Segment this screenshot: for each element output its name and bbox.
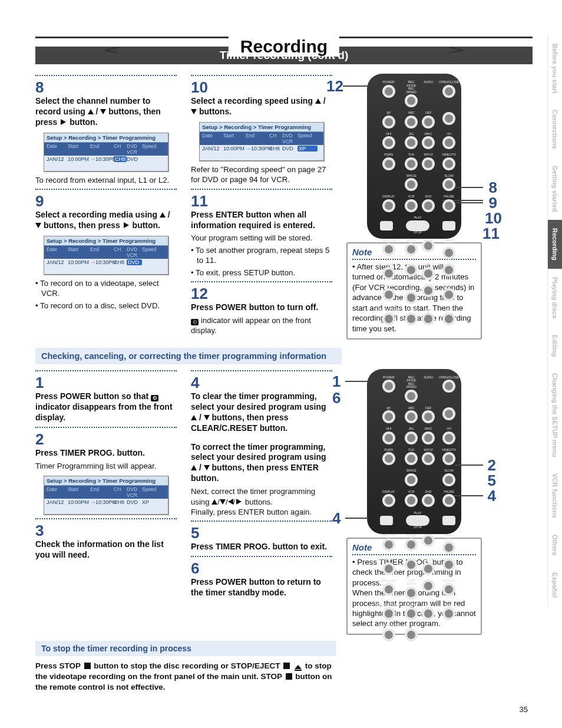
callout-c4r: 4: [488, 488, 496, 503]
osd-step-9: Setup > Recording > Timer Programming Da…: [44, 236, 168, 275]
tab-vcr-functions: VCR functions: [547, 465, 562, 526]
step-9-bullet-1: • To record on to a videotape, select VC…: [35, 278, 177, 299]
callout-10: 10: [485, 210, 502, 226]
chevron-left-icon: [105, 47, 119, 53]
callout-c4l: 4: [332, 510, 340, 526]
side-tabs: Before you start Connections Getting sta…: [547, 35, 562, 605]
callout-11: 11: [482, 226, 500, 241]
callout-c5: 5: [488, 473, 496, 488]
tab-getting-started: Getting started: [547, 157, 562, 220]
step-12-title: Press POWER button to turn off.: [191, 302, 332, 313]
chevron-right-icon: [449, 47, 463, 53]
step-8-number: 8: [35, 80, 177, 95]
step-10-note: Refer to "Recording speed" on page 27 fo…: [191, 164, 332, 185]
step-12-number: 12: [191, 286, 332, 301]
step-9-title: Select a recording media using / buttons…: [35, 210, 177, 231]
check-step-6-title: Press POWER button to return to the time…: [191, 577, 332, 598]
osd-check-2: Setup > Recording > Timer Programming Da…: [44, 476, 168, 515]
callout-9: 9: [489, 195, 497, 210]
check-step-3-title: Check the information on the list you wi…: [35, 539, 177, 561]
page-number: 35: [520, 705, 528, 714]
remote-illustration-2: POWER REC MODE REC SPEED AUDIO OPEN/CLOS…: [367, 369, 461, 534]
remote-illustration: POWER REC MODE REC SPEED AUDIO OPEN/CLOS…: [367, 74, 461, 239]
eject-icon: [295, 665, 302, 671]
step-11-number: 11: [191, 193, 332, 209]
step-12-after: ⏲indicator will appear on the front disp…: [191, 315, 332, 336]
callout-c1: 1: [332, 374, 340, 389]
step-8-title: Select the channel number to record usin…: [35, 96, 177, 128]
timer-icon: ⏲: [191, 319, 199, 325]
check-step-3-number: 3: [35, 523, 177, 538]
check-step-6-number: 6: [191, 561, 332, 576]
tab-espanol: Español: [547, 564, 562, 606]
check-step-4-p3: Next, correct the timer programming usin…: [191, 486, 332, 507]
tab-recording: Recording: [547, 220, 562, 268]
callout-c6: 6: [332, 390, 340, 406]
tab-editing: Editing: [547, 327, 562, 365]
stop-icon: [84, 663, 91, 669]
check-step-4-p5: Finally, press ENTER button again.: [191, 507, 332, 517]
callout-c2: 2: [488, 457, 496, 473]
remote-upper: 12 8 9 10 11 POWER REC MODE REC SPEED AU…: [346, 74, 482, 239]
callout-12: 12: [326, 78, 343, 94]
tab-setup-menu: Changing the SETUP menu: [547, 365, 562, 465]
tab-others: Others: [547, 526, 562, 564]
osd-step-8: Setup > Recording > Timer Programming Da…: [44, 133, 168, 172]
step-8-note: To record from external input, L1 or L2.: [35, 175, 177, 185]
page-header: Recording Timer recording (cont'd): [35, 37, 533, 64]
check-step-2-title: Press TIMER PROG. button.: [35, 448, 177, 459]
step-10-number: 10: [191, 80, 332, 95]
timer-icon: ⏲: [151, 395, 158, 401]
check-step-1-title: Press POWER button so that ⏲ indicator d…: [35, 391, 177, 423]
check-step-4-p2: To correct the timer programming, select…: [191, 442, 332, 485]
stop-text: Press STOP button to stop the disc recor…: [35, 661, 336, 693]
remote-lower: 1 6 2 5 4 4 POWER REC MODE REC SPEED AUD…: [346, 369, 482, 534]
check-step-5-number: 5: [191, 525, 332, 541]
tab-playing-discs: Playing discs: [547, 269, 562, 327]
check-step-5-title: Press TIMER PROG. button to exit.: [191, 542, 332, 552]
step-11-bullet-2: • To exit, press SETUP button.: [191, 268, 332, 278]
check-step-4-number: 4: [191, 375, 332, 390]
step-10-title: Select a recording speed using / buttons…: [191, 96, 332, 117]
check-step-2-after: Timer Programming list will appear.: [35, 461, 177, 471]
check-step-4-p1: To clear the timer programming, select y…: [191, 391, 332, 434]
stop-icon: [283, 663, 290, 669]
step-11-bullet-1: • To set another program, repeat steps 5…: [191, 245, 332, 266]
section-stop: To stop the timer recording in process: [35, 641, 336, 656]
osd-step-10: Setup > Recording > Timer Programming Da…: [199, 122, 324, 161]
section-checking: Checking, canceling, or correcting the t…: [35, 348, 342, 364]
step-11-after: Your program setting will be stored.: [191, 233, 332, 243]
check-step-2-number: 2: [35, 431, 177, 447]
step-9-bullet-2: • To record on to a disc, select DVD.: [35, 301, 177, 311]
page-title: Recording: [229, 37, 339, 57]
tab-connections: Connections: [547, 101, 562, 157]
tab-before-you-start: Before you start: [547, 35, 562, 101]
check-step-1-number: 1: [35, 375, 177, 390]
step-11-title: Press ENTER button when all information …: [191, 210, 332, 231]
step-9-number: 9: [35, 193, 177, 209]
callout-8: 8: [489, 180, 497, 195]
stop-icon: [286, 673, 292, 680]
